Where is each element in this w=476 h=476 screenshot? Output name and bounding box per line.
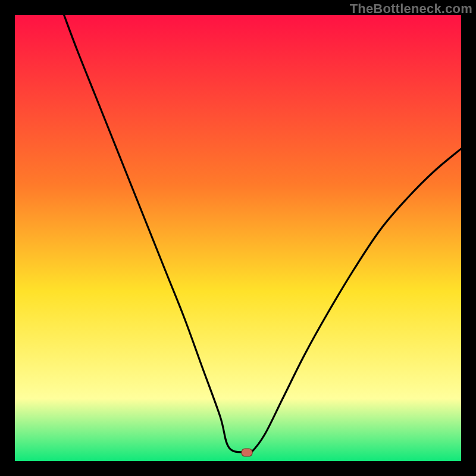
- plot-area: [15, 15, 461, 461]
- gradient-background: [15, 15, 461, 461]
- chart-frame: TheBottleneck.com: [0, 0, 476, 476]
- watermark-text: TheBottleneck.com: [350, 1, 472, 17]
- chart-canvas: [15, 15, 461, 461]
- optimum-marker: [242, 449, 252, 456]
